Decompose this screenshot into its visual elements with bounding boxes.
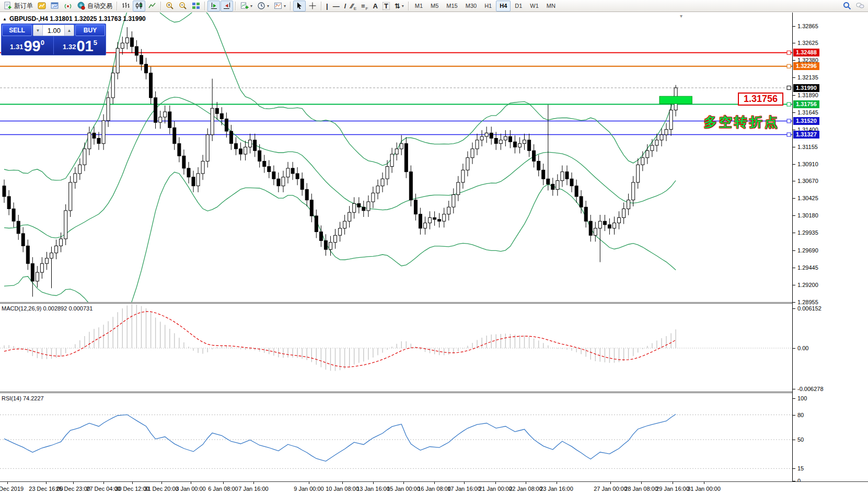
buy-button[interactable]: BUY [75, 25, 105, 36]
timeframe-m1-button[interactable]: M1 [411, 1, 426, 11]
axis-tick [793, 181, 795, 181]
timeframe-m1-label: M1 [415, 3, 423, 9]
periods-button[interactable]: ▾ [255, 1, 271, 11]
axis-tick [793, 308, 795, 309]
text-label-button[interactable]: T [380, 1, 392, 11]
line-anchor-square[interactable] [787, 119, 791, 123]
zoom-out-button[interactable] [177, 1, 189, 11]
crosshair-button[interactable] [306, 1, 319, 11]
bars-icon [122, 2, 130, 10]
line-anchor-square[interactable] [787, 51, 791, 54]
line-anchor-square[interactable] [787, 86, 791, 90]
trendline-button[interactable]: / [342, 1, 349, 11]
rectangle-object[interactable] [659, 96, 692, 103]
rsi-tick-label: 100 [797, 395, 807, 401]
timeframe-m30-button[interactable]: M30 [462, 1, 480, 11]
time-tick [526, 482, 526, 484]
volume-increase-icon[interactable]: ▲ [64, 25, 74, 36]
chart-shift-marker-icon[interactable]: ▾ [680, 13, 682, 19]
symbol-marker-icon: ▲ [3, 17, 7, 21]
time-tick-label: 25 Dec 23:00 [56, 486, 90, 492]
volume-value[interactable]: 1.00 [43, 25, 64, 36]
timeframe-h4-button[interactable]: H4 [496, 1, 511, 11]
price-tick-label: 1.30425 [797, 195, 818, 201]
candle-chart-button[interactable] [133, 1, 145, 11]
line-anchor-square[interactable] [787, 64, 791, 68]
price-level-badge: 1.31520 [793, 117, 819, 125]
chart-shift-button[interactable] [221, 1, 233, 11]
new-order-button[interactable]: 新订单 [2, 1, 35, 11]
templates-button[interactable]: ▾ [272, 1, 288, 11]
rsi-tick-label: 0 [797, 478, 801, 481]
sell-button[interactable]: SELL [2, 25, 32, 36]
macd-label: MACD(12,26,9) 0.002892 0.000731 [2, 305, 92, 312]
timeframe-m30-label: M30 [466, 3, 477, 9]
signals-button[interactable] [62, 1, 74, 11]
time-axis[interactable]: 20 Dec 201923 Dec 16:0025 Dec 23:0027 De… [0, 481, 868, 495]
time-tick [641, 482, 642, 484]
timeframe-m5-button[interactable]: M5 [427, 1, 442, 11]
cursor-icon [295, 2, 304, 10]
axis-tick [793, 164, 795, 165]
timeframe-mn-button[interactable]: MN [543, 1, 559, 11]
volume-stepper[interactable]: ▼ 1.00 ▲ [33, 25, 74, 36]
time-tick [7, 482, 8, 484]
line-chart-button[interactable] [146, 1, 158, 11]
volume-decrease-icon[interactable]: ▼ [33, 25, 43, 36]
toolbar: 新订单自动交易▾▾▾|—/∕∕E≡FAT⇅▾M1M5M15M30H1H4D1W1… [0, 0, 868, 12]
time-tick-label: 17 Jan 16:00 [447, 486, 481, 492]
macd-tick-label: 0.006152 [797, 305, 821, 312]
rsi-tick-label: 80 [797, 412, 804, 418]
chart-window-button[interactable] [36, 1, 48, 11]
cursor-button[interactable] [293, 1, 306, 11]
timeframe-m15-button[interactable]: M15 [443, 1, 461, 11]
tile-windows-button[interactable] [190, 1, 202, 11]
time-tick-label: 28 Jan 08:00 [624, 486, 658, 492]
rsi-label: RSI(14) 74.2227 [2, 395, 44, 401]
auto-scroll-button[interactable] [207, 1, 220, 11]
rsi-indicator-pane[interactable] [0, 393, 793, 481]
timeframe-h1-button[interactable]: H1 [481, 1, 495, 11]
axis-tick [793, 147, 795, 147]
timeframe-d1-button[interactable]: D1 [511, 1, 526, 11]
price-tick-label: 1.30910 [797, 161, 818, 167]
chat-button[interactable] [854, 1, 866, 11]
price-chart-canvas[interactable] [0, 13, 793, 302]
macd-chart-canvas[interactable] [0, 304, 793, 392]
time-tick [342, 482, 343, 484]
line-anchor-square[interactable] [787, 133, 791, 136]
axis-tick [793, 250, 795, 251]
main-chart-pane[interactable] [0, 13, 793, 302]
macd-indicator-pane[interactable] [0, 304, 793, 392]
zoom-in-button[interactable] [164, 1, 176, 11]
search-button[interactable] [841, 1, 853, 11]
equidistant-channel-button[interactable]: ∕∕E [349, 1, 358, 11]
toolbar-separator [235, 2, 236, 10]
autotrading-button[interactable]: 自动交易 [75, 1, 114, 11]
text-button[interactable]: A [371, 1, 379, 11]
timeframe-w1-button[interactable]: W1 [526, 1, 542, 11]
vertical-line-button[interactable]: | [324, 1, 330, 11]
ask-price[interactable]: 1.32 01 5 [54, 36, 106, 54]
price-axis[interactable]: 1.328651.326251.323801.321351.318901.316… [793, 13, 867, 481]
line-anchor-square[interactable] [787, 102, 791, 106]
linechart-icon [148, 2, 156, 10]
arrows-button[interactable]: ⇅▾ [392, 1, 406, 11]
profile-window-button[interactable] [49, 1, 61, 11]
bar-chart-button[interactable] [120, 1, 132, 11]
turning-point-annotation[interactable]: 多空转折点 [704, 113, 780, 131]
crosshair-icon [308, 2, 317, 10]
signal-icon [64, 2, 72, 10]
indicators-button[interactable]: ▾ [238, 1, 254, 11]
clock-icon [257, 2, 265, 10]
fibonacci-button[interactable]: ≡F [359, 1, 370, 11]
chevron-down-icon: ▾ [250, 4, 252, 8]
time-tick-label: 31 Dec 20:00 [144, 486, 178, 492]
price-callout-box[interactable]: 1.31756 [738, 93, 783, 106]
axis-tick [793, 77, 795, 78]
rsi-chart-canvas[interactable] [0, 393, 793, 481]
horizontal-line-button[interactable]: — [331, 1, 342, 11]
time-tick [223, 482, 224, 484]
bid-price[interactable]: 1.31 99 0 [1, 36, 54, 54]
equidistant-channel-icon: ∕∕ [351, 3, 353, 9]
